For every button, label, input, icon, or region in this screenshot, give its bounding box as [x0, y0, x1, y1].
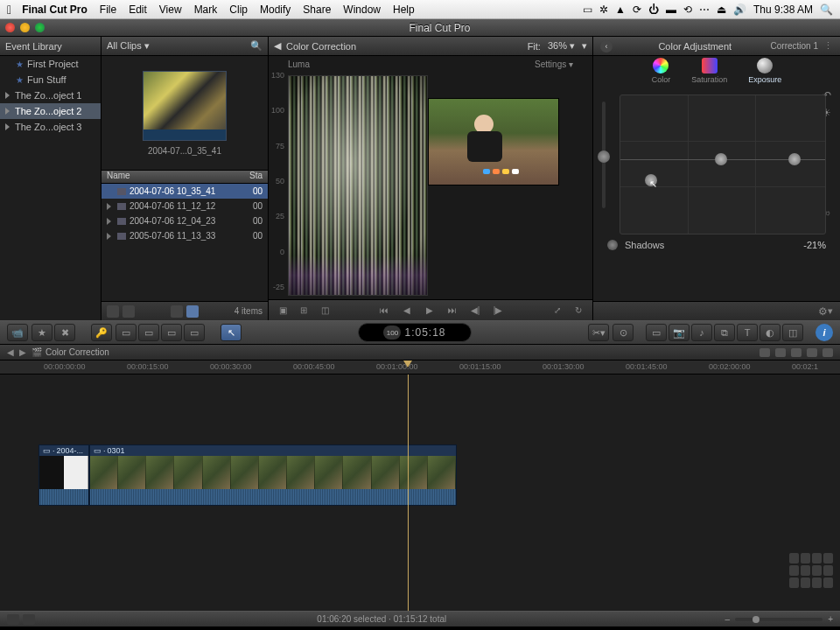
highlights-puck[interactable]	[788, 153, 801, 165]
scope-layout-icon[interactable]: ▣	[276, 304, 290, 317]
disclosure-triangle-icon[interactable]	[107, 203, 111, 210]
inspector-back-icon[interactable]: ‹	[600, 40, 612, 52]
play-backward-icon[interactable]: ◀	[400, 304, 414, 317]
viewer-preview[interactable]	[428, 72, 592, 299]
disclosure-triangle-icon[interactable]	[107, 218, 111, 225]
generators-icon[interactable]: ◐	[760, 324, 780, 341]
retime-icon[interactable]: ⊙	[612, 324, 634, 341]
apple-menu-icon[interactable]: 	[7, 3, 11, 17]
timeline-clip[interactable]: ▭· 2004-...	[38, 444, 89, 506]
clip-appearance-icon[interactable]	[23, 614, 35, 625]
history-back-icon[interactable]: ◀	[7, 347, 14, 357]
refresh-icon[interactable]: ⟳	[633, 4, 641, 16]
timeline-clip[interactable]: ▭· 0301	[89, 444, 457, 506]
play-icon[interactable]: ▶	[423, 304, 437, 317]
gear-icon[interactable]	[122, 305, 135, 318]
inspector-subtitle[interactable]: Correction 1	[771, 41, 818, 51]
next-frame-icon[interactable]: |▶	[491, 304, 505, 317]
clip-thumbnail[interactable]	[143, 71, 227, 141]
browser-filter[interactable]: All Clips ▾	[107, 40, 150, 52]
fit-value[interactable]: 36% ▾	[548, 40, 575, 52]
next-edit-icon[interactable]: ⏭	[445, 304, 459, 317]
keyword-icon[interactable]: 🔑	[91, 324, 112, 341]
menu-modify[interactable]: Modify	[260, 4, 290, 16]
menu-edit[interactable]: Edit	[129, 4, 147, 16]
param-puck-icon[interactable]	[607, 240, 618, 250]
spotlight-icon[interactable]: 🔍	[820, 4, 833, 16]
photos-icon[interactable]: 📷	[668, 324, 690, 341]
select-tool[interactable]: ↖	[220, 324, 242, 341]
timeline-skimming-icon[interactable]	[807, 348, 817, 357]
column-name[interactable]: Name	[107, 171, 249, 183]
battery-icon[interactable]: ▬	[666, 4, 676, 16]
slider-knob[interactable]	[598, 150, 610, 163]
zoom-button[interactable]	[35, 23, 45, 32]
menu-help[interactable]: Help	[393, 4, 415, 16]
menu-clip[interactable]: Clip	[229, 4, 248, 16]
exposure-board[interactable]: ↖	[620, 94, 826, 234]
list-view-icon[interactable]	[186, 305, 199, 318]
disclosure-triangle-icon[interactable]	[107, 233, 111, 240]
library-icon[interactable]: ▭	[646, 324, 667, 341]
volume-icon[interactable]: 🔊	[733, 4, 746, 16]
timeline-audio-icon[interactable]	[822, 348, 833, 357]
prev-frame-icon[interactable]: ◀|	[468, 304, 482, 317]
titles-icon[interactable]: T	[737, 324, 758, 341]
append-icon[interactable]: ▭	[161, 324, 182, 341]
media-import-icon[interactable]: 📹	[7, 324, 28, 341]
index-icon[interactable]	[7, 614, 19, 625]
loop-icon[interactable]: ↻	[571, 304, 585, 317]
import-icon[interactable]	[107, 305, 119, 318]
tab-exposure[interactable]: Exposure	[748, 58, 781, 88]
menu-view[interactable]: View	[159, 4, 182, 16]
tab-color[interactable]: Color	[652, 58, 671, 88]
playhead-marker[interactable]	[403, 360, 412, 368]
midtones-puck[interactable]	[715, 153, 727, 165]
timeline-body[interactable]: ▭· 2004-... ▭· 0301	[0, 374, 840, 611]
menu-window[interactable]: Window	[343, 4, 381, 16]
notifications-icon[interactable]: ▲	[615, 4, 626, 16]
transitions-icon[interactable]: ⧉	[714, 324, 735, 341]
reject-icon[interactable]: ✖	[54, 324, 75, 341]
transform-icon[interactable]: ⊞	[297, 304, 311, 317]
crop-icon[interactable]: ◫	[318, 304, 332, 317]
music-icon[interactable]: ♪	[691, 324, 712, 341]
event-item[interactable]: ★First Project	[0, 56, 101, 72]
zoom-in-icon[interactable]: +	[828, 614, 833, 624]
inspector-toggle-icon[interactable]: i	[816, 324, 833, 341]
zoom-slider[interactable]	[735, 618, 822, 621]
menu-extra-icon[interactable]: ⋯	[699, 4, 710, 16]
menubar-clock[interactable]: Thu 9:38 AM	[753, 4, 813, 16]
menu-mark[interactable]: Mark	[194, 4, 218, 16]
menu-share[interactable]: Share	[303, 4, 331, 16]
favorite-icon[interactable]: ★	[32, 324, 52, 341]
view-options-icon[interactable]: ▾	[582, 40, 587, 52]
inspector-menu-icon[interactable]: ⋮	[823, 40, 833, 52]
app-menu[interactable]: Final Cut Pro	[22, 4, 88, 16]
scope-settings[interactable]: Settings ▾	[535, 60, 573, 69]
timeline-index-icon[interactable]	[760, 348, 770, 357]
themes-icon[interactable]: ◫	[782, 324, 803, 341]
tools-menu-icon[interactable]: ✂▾	[588, 324, 609, 341]
browser-list-row[interactable]: 2005-07-06 11_13_3300	[102, 228, 268, 243]
overwrite-icon[interactable]: ▭	[184, 324, 205, 341]
eject-icon[interactable]: ⏏	[717, 4, 726, 16]
timeline-appearance-icon[interactable]	[775, 348, 786, 357]
playhead[interactable]	[408, 374, 409, 611]
sync-icon[interactable]: ✲	[599, 4, 608, 16]
disclosure-triangle-icon[interactable]	[5, 123, 10, 130]
fullscreen-icon[interactable]: ⤢	[550, 304, 564, 317]
search-icon[interactable]: 🔍	[250, 40, 262, 52]
global-slider[interactable]	[602, 102, 606, 208]
prev-edit-icon[interactable]: ⏮	[377, 304, 391, 317]
gear-icon[interactable]: ⚙	[818, 305, 828, 318]
insert-icon[interactable]: ▭	[138, 324, 159, 341]
event-item[interactable]: ★Fun Stuff	[0, 72, 101, 88]
tab-saturation[interactable]: Saturation	[691, 58, 727, 88]
zoom-out-icon[interactable]: –	[725, 614, 731, 624]
history-forward-icon[interactable]: ▶	[19, 347, 26, 357]
zoom-knob[interactable]	[752, 616, 760, 623]
connect-icon[interactable]: ▭	[116, 324, 136, 341]
browser-list-row[interactable]: 2004-07-06 11_12_1200	[102, 199, 268, 214]
close-button[interactable]	[5, 23, 15, 32]
